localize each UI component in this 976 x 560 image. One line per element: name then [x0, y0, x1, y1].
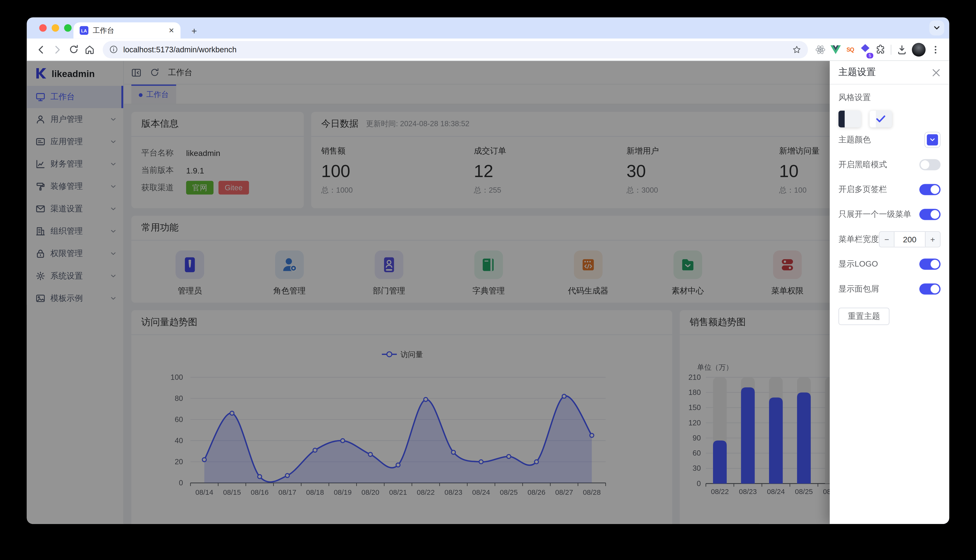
dark-mode-toggle[interactable]: [919, 159, 941, 170]
back-icon: [35, 44, 47, 55]
zoom-window-button[interactable]: [64, 24, 72, 32]
close-icon[interactable]: [932, 68, 941, 77]
tab-title: 工作台: [93, 26, 167, 35]
increase-button[interactable]: +: [925, 232, 940, 247]
forward-button[interactable]: [49, 41, 65, 57]
react-devtools-icon[interactable]: [813, 42, 828, 57]
profile-avatar[interactable]: [912, 42, 926, 56]
decrease-button[interactable]: −: [879, 232, 894, 247]
new-tab-button[interactable]: +: [187, 23, 201, 37]
minimize-window-button[interactable]: [52, 24, 59, 32]
likeadmin-app: likeadmin 工作台 用户管理: [27, 61, 949, 524]
browser-toolbar: localhost:5173/admin/workbench SQ 5: [27, 38, 949, 61]
menu-width-label: 菜单栏宽度: [838, 234, 879, 245]
address-bar[interactable]: localhost:5173/admin/workbench: [103, 41, 808, 58]
layout-option-dark-sidebar[interactable]: [838, 111, 861, 127]
theme-color-picker[interactable]: [924, 132, 941, 148]
vue-devtools-icon[interactable]: [828, 42, 843, 57]
forward-icon: [52, 44, 63, 55]
style-settings-label: 风格设置: [838, 92, 941, 103]
tab-close-icon[interactable]: ✕: [167, 27, 175, 35]
drawer-title: 主题设置: [838, 67, 876, 78]
menu-width-stepper: − 200 +: [879, 231, 941, 247]
site-info-icon[interactable]: [109, 45, 119, 54]
reload-button[interactable]: [65, 41, 82, 57]
home-button[interactable]: [82, 41, 98, 57]
back-button[interactable]: [33, 41, 49, 57]
browser-tab[interactable]: LA 工作台 ✕: [74, 22, 180, 38]
download-icon: [896, 44, 907, 55]
extensions-puzzle-icon[interactable]: [873, 42, 887, 57]
bookmark-star-icon[interactable]: [792, 44, 802, 54]
toolbar-divider: [891, 44, 891, 54]
traffic-lights: [39, 24, 72, 32]
theme-settings-drawer: 主题设置 风格设置 主题颜色: [830, 61, 949, 524]
home-icon: [84, 44, 95, 55]
show-logo-toggle[interactable]: [919, 258, 941, 270]
tab-search-button[interactable]: [929, 20, 944, 35]
reset-theme-button[interactable]: 重置主题: [838, 308, 889, 325]
reload-icon: [68, 44, 79, 55]
menu-width-value[interactable]: 200: [894, 232, 926, 247]
diamond-extension-icon[interactable]: 5: [858, 42, 873, 57]
single-menu-toggle[interactable]: [919, 209, 941, 220]
tab-favicon: LA: [80, 26, 89, 35]
desktop: LA 工作台 ✕ + localhost:5173/admin/workbenc…: [0, 0, 976, 560]
extension-badge: 5: [866, 53, 873, 58]
close-window-button[interactable]: [39, 24, 47, 32]
chevron-down-icon: [933, 24, 941, 32]
url-text[interactable]: localhost:5173/admin/workbench: [123, 45, 792, 54]
layout-option-light-sidebar[interactable]: [870, 111, 892, 127]
multi-tab-toggle[interactable]: [919, 184, 941, 195]
show-logo-label: 显示LOGO: [838, 258, 878, 270]
browser-window: LA 工作台 ✕ + localhost:5173/admin/workbenc…: [27, 18, 949, 524]
selected-check-icon: [870, 111, 892, 127]
theme-color-label: 主题颜色: [838, 134, 871, 146]
single-menu-label: 只展开一个一级菜单: [838, 209, 911, 220]
show-breadcrumb-toggle[interactable]: [919, 283, 941, 295]
downloads-button[interactable]: [894, 42, 909, 57]
dark-mode-label: 开启黑暗模式: [838, 159, 887, 170]
theme-color-value: [927, 134, 938, 146]
menu-dots-button[interactable]: [928, 42, 943, 57]
multi-tab-label: 开启多页签栏: [838, 184, 887, 195]
show-breadcrumb-label: 显示面包屑: [838, 283, 879, 295]
sq-extension-icon[interactable]: SQ: [843, 42, 857, 57]
drawer-overlay[interactable]: [27, 61, 949, 524]
browser-tabstrip: LA 工作台 ✕ +: [27, 18, 949, 38]
